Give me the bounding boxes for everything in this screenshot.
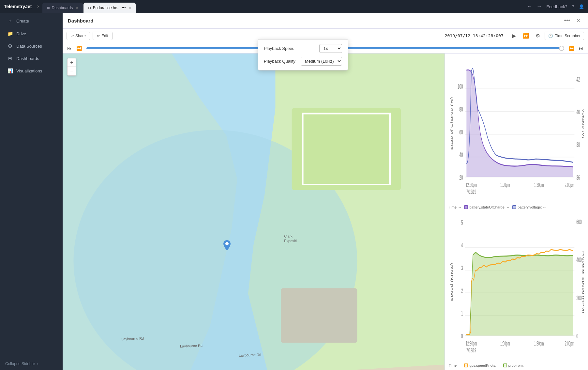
tab-bar: ⊞ Dashboards × ⊙ Endurance he... ••• ×: [42, 0, 136, 13]
map-area[interactable]: + − Laybourne Rd Laybourne Rd Laybourne …: [63, 54, 445, 370]
svg-text:Speed (Knots): Speed (Knots): [450, 263, 453, 301]
svg-text:1:30pm: 1:30pm: [534, 182, 544, 188]
tab-endurance-close[interactable]: ×: [129, 6, 131, 10]
road-label-1: Laybourne Rd: [121, 336, 144, 341]
sidebar-item-create[interactable]: ＋ Create: [2, 15, 61, 27]
svg-text:80: 80: [459, 105, 463, 113]
sidebar-item-dashboards[interactable]: ⊞ Dashboards: [2, 53, 61, 64]
drive-icon: 📁: [7, 31, 13, 36]
share-button[interactable]: ↗ Share: [67, 32, 90, 40]
time-scrubber-button[interactable]: 🕐 Time Scrubber: [545, 32, 584, 40]
svg-text:1:00pm: 1:00pm: [500, 340, 510, 347]
svg-text:600: 600: [576, 218, 582, 225]
svg-text:40: 40: [459, 151, 463, 158]
road-label-2: Laybourne Rd: [180, 344, 203, 348]
dashboard-more-button[interactable]: •••: [562, 16, 573, 25]
svg-text:20: 20: [459, 174, 463, 181]
legend-soc-color: [464, 205, 468, 209]
svg-point-13: [225, 242, 229, 245]
map-pin: [223, 240, 231, 252]
tab-dashboards[interactable]: ⊞ Dashboards ×: [42, 3, 83, 13]
sidebar-item-data-sources[interactable]: ⛁ Data Sources: [2, 40, 61, 52]
scrubber-prev-button[interactable]: ⏪: [75, 45, 83, 52]
app-name: TelemetryJet: [4, 4, 32, 9]
user-icon[interactable]: 👤: [579, 4, 584, 9]
sidebar-item-drive[interactable]: 📁 Drive: [2, 28, 61, 39]
feedback-link[interactable]: Feedback?: [546, 4, 567, 9]
playback-quality-row: Playback Quality Low (1Hz)Medium (10Hz)H…: [264, 57, 342, 66]
clark-label: ClarkExpositi...: [284, 234, 300, 243]
scrubber-next-button[interactable]: ⏩: [567, 45, 576, 52]
sidebar-item-drive-label: Drive: [16, 31, 26, 36]
svg-text:2:00pm: 2:00pm: [565, 182, 575, 188]
svg-text:0: 0: [576, 332, 578, 339]
collapse-sidebar-button[interactable]: Collapse Sidebar ‹: [0, 358, 63, 370]
playback-quality-select[interactable]: Low (1Hz)Medium (10Hz)High (100Hz): [301, 57, 342, 66]
legend-rpm-label: prop.rpm:: [508, 363, 524, 367]
tab-endurance-icon: ⊙: [88, 6, 91, 10]
svg-text:3: 3: [461, 264, 463, 271]
svg-text:38: 38: [576, 141, 580, 148]
chart-time-value: --: [459, 205, 461, 209]
play-button[interactable]: ▶: [510, 31, 518, 40]
svg-text:0: 0: [461, 332, 463, 339]
chart-time-label: Time: --: [449, 205, 461, 209]
titlebar: TelemetryJet × ⊞ Dashboards × ⊙ Enduranc…: [0, 0, 588, 13]
scrubber-start-button[interactable]: ⏮: [66, 45, 73, 52]
playback-speed-select[interactable]: 0.25x0.5x1x2x4x8x: [319, 44, 342, 53]
svg-text:2: 2: [461, 286, 463, 294]
visualizations-icon: 📊: [7, 68, 13, 73]
chart2-time-value: --: [459, 363, 461, 367]
chart-legend-battery: Time: -- battery.stateOfCharge: -- batte…: [449, 204, 584, 209]
chart-wrapper-battery: 20 40 60 80 100 State of Charge (%) 36 3…: [449, 57, 584, 204]
playback-quality-label: Playback Quality: [264, 59, 295, 64]
collapse-sidebar-label: Collapse Sidebar: [5, 362, 35, 366]
svg-rect-7: [281, 288, 357, 343]
scrubber-end-button[interactable]: ⏭: [578, 45, 585, 52]
svg-text:7/12/19: 7/12/19: [466, 347, 476, 353]
content-area: + − Laybourne Rd Laybourne Rd Laybourne …: [63, 54, 588, 370]
playback-speed-label: Playback Speed: [264, 46, 294, 51]
sidebar-item-visualizations[interactable]: 📊 Visualizations: [2, 65, 61, 77]
svg-text:1:30pm: 1:30pm: [534, 340, 544, 347]
svg-text:40: 40: [576, 108, 580, 116]
app-close-icon[interactable]: ×: [37, 4, 39, 9]
sidebar: ＋ Create 📁 Drive ⛁ Data Sources ⊞ Dashbo…: [0, 13, 63, 370]
create-icon: ＋: [7, 18, 13, 24]
legend-voltage-value: --: [543, 205, 546, 209]
tab-dashboards-close[interactable]: ×: [76, 6, 78, 10]
svg-rect-5: [292, 108, 401, 190]
scrubber-handle[interactable]: [559, 46, 564, 51]
nav-back-button[interactable]: ←: [527, 4, 532, 9]
dashboards-icon: ⊞: [7, 56, 13, 61]
nav-forward-button[interactable]: →: [536, 4, 542, 9]
playback-speed-row: Playback Speed 0.25x0.5x1x2x4x8x: [264, 44, 342, 53]
dashboard-actions: ••• ×: [562, 16, 583, 25]
svg-text:2:00pm: 2:00pm: [565, 340, 575, 347]
legend-gps-value: --: [497, 363, 500, 367]
edit-button[interactable]: ✏ Edit: [93, 32, 113, 40]
zoom-out-button[interactable]: −: [68, 67, 76, 75]
sidebar-item-create-label: Create: [16, 19, 29, 23]
zoom-in-button[interactable]: +: [68, 58, 76, 67]
playback-settings-button[interactable]: ⚙: [534, 31, 542, 40]
collapse-sidebar-icon: ‹: [37, 362, 38, 366]
main-content: Dashboard ••• × ↗ Share ✏ Edit 2019/07/1…: [63, 13, 588, 370]
legend-gps-color: [464, 363, 468, 367]
clock-icon: 🕐: [548, 34, 553, 38]
help-icon[interactable]: ?: [572, 4, 574, 9]
legend-item-voltage: battery.voltage: --: [512, 205, 546, 209]
legend-rpm-value: --: [525, 363, 527, 367]
dashboard-close-button[interactable]: ×: [574, 16, 583, 25]
svg-text:400: 400: [576, 256, 582, 263]
svg-text:State of Charge (%): State of Charge (%): [450, 97, 453, 150]
svg-text:12:30pm: 12:30pm: [466, 340, 477, 347]
tab-dashboards-icon: ⊞: [47, 6, 50, 10]
tab-endurance[interactable]: ⊙ Endurance he... ••• ×: [83, 3, 136, 13]
fast-forward-button[interactable]: ⏩: [520, 31, 531, 40]
data-sources-icon: ⛁: [7, 43, 13, 49]
chart-panel-speed: 0 1 2 3 4 5 Speed (Knots) 0 200 400: [445, 212, 588, 370]
titlebar-right: ← → Feedback? ? 👤: [527, 4, 584, 9]
legend-voltage-color: [512, 205, 516, 209]
legend-item-rpm: prop.rpm: --: [503, 363, 527, 367]
